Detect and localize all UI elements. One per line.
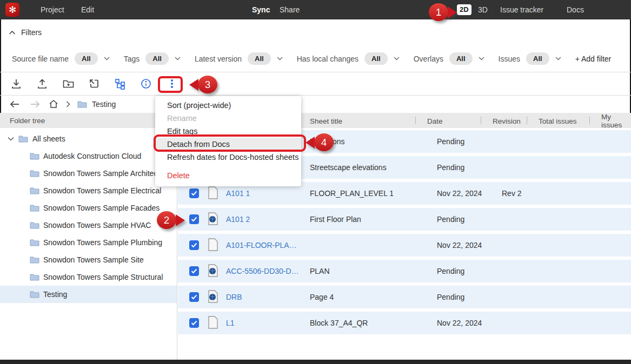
row-checkbox[interactable] [189,292,199,302]
table-row[interactable]: ACC-5506-DD30-D… PLAN Pending [178,260,631,282]
sheet-name-link[interactable]: A101-FLOOR-PLA… [222,241,301,250]
tree-item-folder[interactable]: Snowdon Towers Sample Structural [0,268,177,286]
info-button[interactable] [133,73,159,94]
home-button[interactable] [49,99,58,109]
row-checkbox[interactable] [189,188,199,198]
tree-item-folder[interactable]: Snowdon Towers Sample Facades [0,199,177,217]
filter-label: Overlays [414,55,443,63]
breadcrumb-current[interactable]: Testing [92,100,116,109]
header-date[interactable]: Date [415,113,481,129]
app-window: ✻ Project Edit Sync Share 2D 3D Issue tr… [0,0,631,364]
toggle-2d[interactable]: 2D [457,4,471,15]
filter-value-button[interactable]: All [248,52,271,65]
filter-value-button[interactable]: All [145,52,169,65]
tree-item-label: Snowdon Towers Sample Structural [43,273,163,281]
sheet-name-link[interactable]: A101 2 [222,215,301,224]
arrow-left-icon [10,100,19,108]
sheet-file-icon [208,238,218,253]
tree-item-folder[interactable]: Snowdon Towers Sample Site [0,251,177,268]
tree-item-label: Testing [43,290,67,299]
menu-item-delete[interactable]: Delete [155,169,301,182]
header-my-issues[interactable]: My issues [589,113,631,129]
menu-project[interactable]: Project [41,0,64,19]
tree-item-folder-selected[interactable]: Testing [0,286,177,303]
header-revision[interactable]: Revision [481,113,527,129]
toggle-3d[interactable]: 3D [478,0,488,19]
menu-sync[interactable]: Sync [252,0,270,19]
sheet-name-link[interactable]: ACC-5506-DD30-D… [222,267,301,275]
folder-icon [18,135,28,143]
breadcrumb: Testing [10,96,116,112]
more-options-button[interactable] [159,73,185,94]
filter-value-button[interactable]: All [75,52,98,65]
table-row[interactable]: A101-FLOOR-PLA… Nov 22, 2024 [178,234,631,257]
filter-value-button[interactable]: All [449,52,473,65]
chevron-down-icon[interactable] [479,57,484,60]
back-button[interactable] [10,100,19,108]
filter-label: Source file name [12,55,69,63]
table-row[interactable]: A101 2 First Floor Plan Pending [178,208,631,231]
filters-toggle[interactable]: Filters [9,28,42,37]
menu-edit[interactable]: Edit [81,0,94,19]
row-checkbox[interactable] [189,214,199,224]
sheet-name-link[interactable]: A101 1 [222,189,301,198]
menu-item-edit-tags[interactable]: Edit tags [155,125,301,138]
menu-item-refresh-dates[interactable]: Refresh dates for Docs-hosted sheets [155,151,301,164]
folder-icon [30,170,39,177]
chevron-down-icon[interactable] [277,57,283,60]
chevron-down-icon[interactable] [555,57,561,60]
menu-issue-tracker[interactable]: Issue tracker [500,0,543,19]
upload-button[interactable] [29,73,55,94]
filter-value-button[interactable]: All [364,52,388,65]
tree-item-folder[interactable]: Snowdon Towers Sample HVAC [0,217,177,234]
folder-icon [77,100,87,108]
table-row[interactable]: L1 Block 37_A4_QR Nov 22, 2024 [178,312,631,334]
tree-item-label: Snowdon Towers Sample Facades [43,204,160,212]
menu-item-detach-from-docs[interactable]: Detach from Docs [155,138,301,151]
menu-share[interactable]: Share [280,0,300,19]
menu-item-sort[interactable]: Sort (project-wide) [155,99,301,112]
more-options-icon [166,78,178,90]
header-sheet-title[interactable]: Sheet title [301,113,415,129]
filter-source-file-name: Source file name All [12,52,110,65]
row-checkbox[interactable] [189,266,199,276]
move-sheet-button[interactable] [81,73,107,94]
tree-item-folder[interactable]: Snowdon Towers Sample Plumbing [0,234,177,251]
folder-icon [30,221,39,229]
chevron-right-icon [66,101,70,107]
hierarchy-view-button[interactable] [107,73,133,94]
download-button[interactable] [3,73,29,94]
check-icon [191,268,197,274]
forward-button[interactable] [30,100,40,108]
sheet-name-link[interactable]: L1 [222,319,301,327]
check-icon [191,217,197,222]
date-cell: Pending [415,293,481,301]
new-folder-button[interactable] [55,73,81,94]
chevron-up-icon [9,30,16,35]
chevron-down-icon[interactable] [175,57,181,60]
menu-docs[interactable]: Docs [567,0,584,19]
table-row[interactable]: DRB Page 4 Pending [178,286,631,308]
sheet-title-cell: First Floor Plan [301,215,415,224]
sheet-title-cell: FLOOR_PLAN_LEVEL 1 [301,189,415,198]
row-checkbox[interactable] [189,318,199,328]
tree-item-folder[interactable]: Snowdon Towers Sample Architectu [0,165,177,182]
chevron-down-icon [8,137,14,141]
tree-item-all-sheets[interactable]: All sheets [0,130,177,147]
chevron-down-icon[interactable] [104,57,110,60]
tree-item-label: Snowdon Towers Sample Electrical [43,186,161,195]
header-total-issues[interactable]: Total issues [527,113,589,129]
date-cell: Pending [415,137,481,146]
filters-title: Filters [21,28,42,37]
tree-item-folder[interactable]: Autodesk Construction Cloud [0,147,177,165]
menu-item-rename[interactable]: Rename [155,112,301,125]
add-filter-button[interactable]: + Add filter [575,55,612,63]
tree-item-folder[interactable]: Snowdon Towers Sample Electrical [0,182,177,199]
chevron-down-icon[interactable] [394,57,400,60]
download-icon [10,78,22,90]
sheet-name-link[interactable]: DRB [222,293,301,301]
row-checkbox[interactable] [189,240,199,250]
new-folder-icon [62,78,75,90]
sheet-title-cell: Page 4 [301,293,415,301]
filter-value-button[interactable]: All [526,52,549,65]
